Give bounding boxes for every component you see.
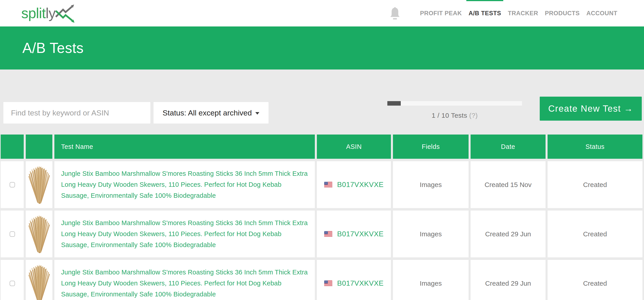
- us-flag-icon: [324, 280, 332, 286]
- table-row-fields-cell: Images: [393, 211, 468, 257]
- nav-item-ab-tests[interactable]: A/B TESTS: [466, 0, 504, 27]
- caret-down-icon: [255, 112, 259, 115]
- asin-link[interactable]: B017VXKVXE: [337, 181, 384, 189]
- table-row-asin-cell: B017VXKVXE: [317, 211, 391, 257]
- tests-usage-label: 1 / 10 Tests (?): [387, 112, 522, 119]
- tests-usage-progressbar: [387, 101, 522, 106]
- tests-usage-count: 1 / 10 Tests: [432, 112, 467, 119]
- table-row-name-cell: Jungle Stix Bamboo Marshmallow S'mores R…: [54, 211, 315, 257]
- product-image-bamboo-skewers: [28, 264, 50, 300]
- us-flag-icon: [324, 231, 332, 237]
- page-title: A/B Tests: [22, 40, 84, 56]
- nav-item-products[interactable]: PRODUCTS: [543, 0, 582, 27]
- product-image-bamboo-skewers: [28, 215, 50, 253]
- search-input[interactable]: [3, 102, 150, 123]
- nav-item-profit-peak[interactable]: PROFIT PEAK: [418, 0, 464, 27]
- table-row-status-cell: Created: [548, 211, 642, 257]
- table-row-name-cell: Jungle Stix Bamboo Marshmallow S'mores R…: [54, 260, 315, 300]
- header-date: Date: [470, 134, 546, 159]
- splitly-logo[interactable]: splitly: [21, 0, 78, 27]
- ab-tests-page: splitly PROFIT PEAK A/B TESTS TRACKER PR…: [0, 0, 644, 300]
- table-row-status-cell: Created: [548, 161, 642, 208]
- logo-text-primary: split: [21, 5, 46, 21]
- table-row-checkbox-cell: [1, 211, 24, 257]
- row-select-checkbox[interactable]: [10, 231, 15, 237]
- main-nav: PROFIT PEAK A/B TESTS TRACKER PRODUCTS A…: [417, 0, 621, 27]
- navbar-spacer: [78, 0, 388, 27]
- table-row-checkbox-cell: [1, 260, 24, 300]
- table-row-date-cell: Created 29 Jun: [470, 211, 546, 257]
- header-checkbox-column: [1, 134, 24, 159]
- create-new-test-button[interactable]: Create New Test →: [540, 97, 642, 121]
- tests-table: Test Name ASIN Fields Date Status Jungle…: [1, 134, 642, 300]
- header-image-column: [26, 134, 52, 159]
- logo-text: splitly: [21, 6, 56, 20]
- asin-link[interactable]: B017VXKVXE: [337, 279, 384, 287]
- status-filter-label: Status: All except archived: [163, 108, 252, 117]
- table-row-name-cell: Jungle Stix Bamboo Marshmallow S'mores R…: [54, 161, 315, 208]
- table-row-asin-cell: B017VXKVXE: [317, 161, 391, 208]
- top-navbar: splitly PROFIT PEAK A/B TESTS TRACKER PR…: [0, 0, 644, 27]
- nav-item-tracker[interactable]: TRACKER: [506, 0, 540, 27]
- row-select-checkbox[interactable]: [10, 182, 15, 188]
- table-row-fields-cell: Images: [393, 260, 468, 300]
- us-flag-icon: [324, 182, 332, 188]
- table-row-image-cell: [26, 260, 52, 300]
- table-row-image-cell: [26, 161, 52, 208]
- header-fields: Fields: [393, 134, 468, 159]
- table-row-status-cell: Created: [548, 260, 642, 300]
- table-row-fields-cell: Images: [393, 161, 468, 208]
- page-banner: A/B Tests: [0, 27, 644, 70]
- row-select-checkbox[interactable]: [10, 281, 15, 286]
- test-name-link[interactable]: Jungle Stix Bamboo Marshmallow S'mores R…: [61, 218, 308, 250]
- nav-item-account[interactable]: ACCOUNT: [584, 0, 620, 27]
- asin-link[interactable]: B017VXKVXE: [337, 230, 384, 238]
- status-filter-dropdown[interactable]: Status: All except archived: [154, 102, 268, 123]
- header-status: Status: [548, 134, 642, 159]
- splitly-crossing-arrows-icon: [54, 3, 78, 23]
- header-test-name: Test Name: [54, 134, 315, 159]
- table-row-date-cell: Created 29 Jun: [470, 260, 546, 300]
- test-name-link[interactable]: Jungle Stix Bamboo Marshmallow S'mores R…: [61, 267, 308, 300]
- usage-help-icon[interactable]: (?): [469, 112, 478, 119]
- table-row-image-cell: [26, 211, 52, 257]
- table-row-checkbox-cell: [1, 161, 24, 208]
- test-name-link[interactable]: Jungle Stix Bamboo Marshmallow S'mores R…: [61, 168, 308, 201]
- tests-usage-progress-fill: [387, 101, 401, 106]
- header-asin: ASIN: [317, 134, 391, 159]
- product-image-bamboo-skewers: [28, 166, 50, 204]
- table-row-asin-cell: B017VXKVXE: [317, 260, 391, 300]
- table-row-date-cell: Created 15 Nov: [470, 161, 546, 208]
- notifications-bell-icon[interactable]: [388, 6, 402, 20]
